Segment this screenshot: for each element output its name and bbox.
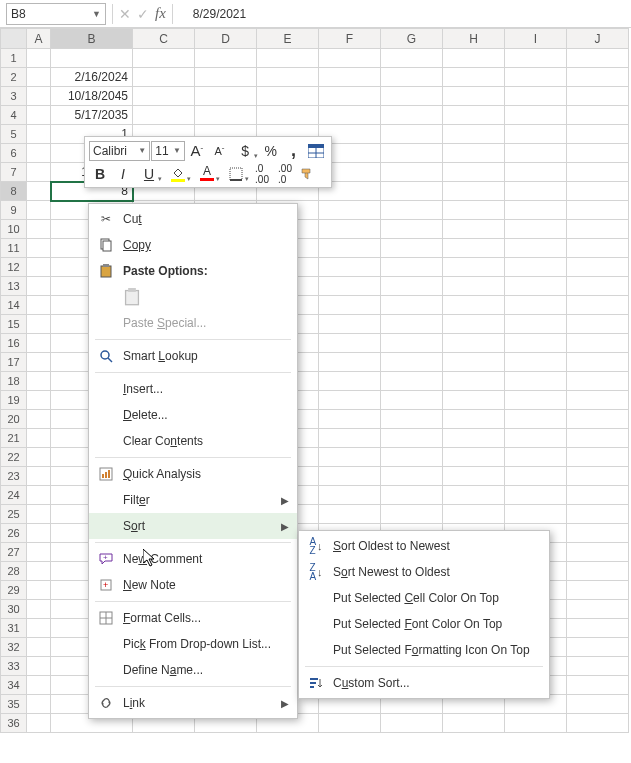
row-header-12[interactable]: 12: [1, 258, 27, 277]
cell-A18[interactable]: [27, 372, 51, 391]
row-header-11[interactable]: 11: [1, 239, 27, 258]
cell-I4[interactable]: [505, 106, 567, 125]
row-header-22[interactable]: 22: [1, 448, 27, 467]
cell-I16[interactable]: [505, 334, 567, 353]
cell-G24[interactable]: [381, 486, 443, 505]
cell-A33[interactable]: [27, 657, 51, 676]
percent-format-button[interactable]: %: [260, 140, 282, 162]
cell-E3[interactable]: [257, 87, 319, 106]
cell-I20[interactable]: [505, 410, 567, 429]
cell-C2[interactable]: [133, 68, 195, 87]
row-header-25[interactable]: 25: [1, 505, 27, 524]
underline-button[interactable]: U▾: [135, 163, 163, 185]
cell-D4[interactable]: [195, 106, 257, 125]
row-header-26[interactable]: 26: [1, 524, 27, 543]
menu-copy[interactable]: Copy: [89, 232, 297, 258]
cell-I1[interactable]: [505, 49, 567, 68]
cell-J6[interactable]: [567, 144, 629, 163]
cell-G2[interactable]: [381, 68, 443, 87]
row-header-32[interactable]: 32: [1, 638, 27, 657]
cell-J2[interactable]: [567, 68, 629, 87]
cell-F12[interactable]: [319, 258, 381, 277]
format-painter-icon[interactable]: [297, 163, 319, 185]
cell-I15[interactable]: [505, 315, 567, 334]
cell-J32[interactable]: [567, 638, 629, 657]
cell-D3[interactable]: [195, 87, 257, 106]
row-header-33[interactable]: 33: [1, 657, 27, 676]
menu-sort[interactable]: Sort▶: [89, 513, 297, 539]
cell-F22[interactable]: [319, 448, 381, 467]
cell-H11[interactable]: [443, 239, 505, 258]
column-header-I[interactable]: I: [505, 29, 567, 49]
row-header-14[interactable]: 14: [1, 296, 27, 315]
cell-D1[interactable]: [195, 49, 257, 68]
row-header-5[interactable]: 5: [1, 125, 27, 144]
row-header-21[interactable]: 21: [1, 429, 27, 448]
cell-F2[interactable]: [319, 68, 381, 87]
cell-B4[interactable]: 5/17/2035: [51, 106, 133, 125]
cell-J17[interactable]: [567, 353, 629, 372]
cell-J14[interactable]: [567, 296, 629, 315]
column-header-J[interactable]: J: [567, 29, 629, 49]
cell-G16[interactable]: [381, 334, 443, 353]
cell-A26[interactable]: [27, 524, 51, 543]
cell-G15[interactable]: [381, 315, 443, 334]
cell-J5[interactable]: [567, 125, 629, 144]
cell-I5[interactable]: [505, 125, 567, 144]
cell-G36[interactable]: [381, 714, 443, 733]
row-header-7[interactable]: 7: [1, 163, 27, 182]
cell-A36[interactable]: [27, 714, 51, 733]
row-header-28[interactable]: 28: [1, 562, 27, 581]
cell-A6[interactable]: [27, 144, 51, 163]
cell-E4[interactable]: [257, 106, 319, 125]
cell-J33[interactable]: [567, 657, 629, 676]
cell-B1[interactable]: [51, 49, 133, 68]
increase-decimal-button[interactable]: .0.00: [251, 163, 273, 185]
accounting-format-button[interactable]: $▾: [231, 140, 259, 162]
cell-G4[interactable]: [381, 106, 443, 125]
borders-button[interactable]: ▾: [222, 163, 250, 185]
column-header-B[interactable]: B: [51, 29, 133, 49]
cell-H15[interactable]: [443, 315, 505, 334]
cell-H4[interactable]: [443, 106, 505, 125]
cell-J25[interactable]: [567, 505, 629, 524]
menu-smart-lookup[interactable]: Smart Lookup: [89, 343, 297, 369]
cell-I11[interactable]: [505, 239, 567, 258]
cell-F19[interactable]: [319, 391, 381, 410]
cell-A12[interactable]: [27, 258, 51, 277]
menu-filter[interactable]: Filter▶: [89, 487, 297, 513]
row-header-30[interactable]: 30: [1, 600, 27, 619]
cell-G23[interactable]: [381, 467, 443, 486]
cell-H22[interactable]: [443, 448, 505, 467]
cell-A5[interactable]: [27, 125, 51, 144]
insert-function-icon[interactable]: fx: [155, 5, 166, 22]
cell-F18[interactable]: [319, 372, 381, 391]
menu-insert[interactable]: Insert...: [89, 376, 297, 402]
row-header-31[interactable]: 31: [1, 619, 27, 638]
row-header-10[interactable]: 10: [1, 220, 27, 239]
menu-link[interactable]: Link▶: [89, 690, 297, 716]
row-header-29[interactable]: 29: [1, 581, 27, 600]
row-header-9[interactable]: 9: [1, 201, 27, 220]
chevron-down-icon[interactable]: ▼: [92, 9, 101, 19]
cell-I24[interactable]: [505, 486, 567, 505]
cell-C1[interactable]: [133, 49, 195, 68]
cell-J16[interactable]: [567, 334, 629, 353]
cell-G25[interactable]: [381, 505, 443, 524]
menu-pick-from-list[interactable]: Pick From Drop-down List...: [89, 631, 297, 657]
cell-H13[interactable]: [443, 277, 505, 296]
formula-value[interactable]: 8/29/2021: [179, 7, 246, 21]
cell-H8[interactable]: [443, 182, 505, 201]
cell-H10[interactable]: [443, 220, 505, 239]
cell-A20[interactable]: [27, 410, 51, 429]
cell-J1[interactable]: [567, 49, 629, 68]
cell-H3[interactable]: [443, 87, 505, 106]
cell-H14[interactable]: [443, 296, 505, 315]
cell-A9[interactable]: [27, 201, 51, 220]
cell-H12[interactable]: [443, 258, 505, 277]
cell-I8[interactable]: [505, 182, 567, 201]
row-header-15[interactable]: 15: [1, 315, 27, 334]
row-header-3[interactable]: 3: [1, 87, 27, 106]
row-header-36[interactable]: 36: [1, 714, 27, 733]
cell-A29[interactable]: [27, 581, 51, 600]
